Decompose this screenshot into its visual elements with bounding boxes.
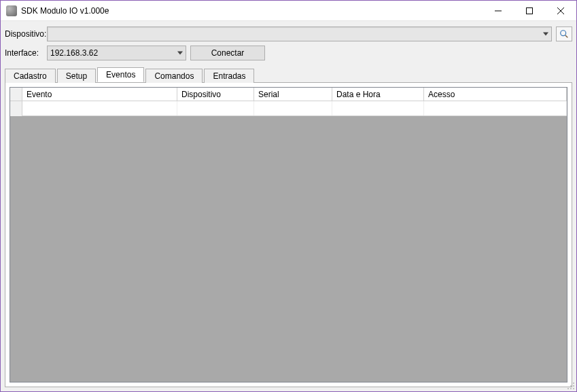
search-button[interactable] xyxy=(556,26,572,41)
tab-setup[interactable]: Setup xyxy=(57,69,96,83)
cell-serial[interactable] xyxy=(254,101,332,115)
svg-rect-1 xyxy=(527,7,533,14)
title-bar: SDK Modulo IO v1.000e xyxy=(1,1,576,21)
maximize-icon xyxy=(526,7,533,14)
app-icon xyxy=(6,5,17,16)
svg-line-5 xyxy=(565,35,567,37)
resize-grip-icon xyxy=(565,380,575,390)
maximize-button[interactable] xyxy=(514,1,545,20)
dispositivo-label: Dispositivo: xyxy=(5,29,43,39)
tab-eventos[interactable]: Eventos xyxy=(97,67,144,82)
col-head-acesso[interactable]: Acesso xyxy=(424,88,567,101)
svg-point-11 xyxy=(573,388,574,389)
close-icon xyxy=(557,7,564,14)
dispositivo-combo[interactable] xyxy=(47,26,552,41)
cell-datahora[interactable] xyxy=(332,101,424,115)
svg-point-9 xyxy=(567,388,569,389)
tab-cadastro[interactable]: Cadastro xyxy=(5,69,56,83)
grid-body xyxy=(10,116,567,382)
cell-evento[interactable] xyxy=(22,101,177,115)
svg-point-7 xyxy=(570,385,572,387)
window-controls xyxy=(483,1,576,20)
interface-combo[interactable]: 192.168.3.62 xyxy=(47,46,186,60)
chevron-down-icon xyxy=(177,52,183,55)
col-head-dispositivo[interactable]: Dispositivo xyxy=(177,88,254,101)
tab-panel-eventos: Evento Dispositivo Serial Data e Hora Ac… xyxy=(5,82,572,387)
interface-value: 192.168.3.62 xyxy=(50,48,98,58)
grid-corner[interactable] xyxy=(10,88,22,101)
form-panel: Dispositivo: Interface: 192.168.3.62 Con… xyxy=(1,21,576,67)
resize-grip[interactable] xyxy=(565,380,575,390)
conectar-button[interactable]: Conectar xyxy=(190,46,265,60)
grid-header-row: Evento Dispositivo Serial Data e Hora Ac… xyxy=(10,88,567,101)
col-head-datahora[interactable]: Data e Hora xyxy=(332,88,424,101)
chevron-down-icon xyxy=(543,33,548,36)
events-grid[interactable]: Evento Dispositivo Serial Data e Hora Ac… xyxy=(10,87,567,382)
close-button[interactable] xyxy=(545,1,576,20)
col-head-evento[interactable]: Evento xyxy=(22,88,177,101)
svg-point-4 xyxy=(561,31,566,36)
tab-strip: Cadastro Setup Eventos Comandos Entradas xyxy=(1,67,576,82)
window-title: SDK Modulo IO v1.000e xyxy=(21,6,109,16)
grid-new-row[interactable] xyxy=(10,101,567,116)
app-window: SDK Modulo IO v1.000e Dispositivo: xyxy=(0,0,577,392)
minimize-icon xyxy=(495,7,502,14)
search-icon xyxy=(559,29,569,39)
cell-dispositivo[interactable] xyxy=(177,101,254,115)
svg-point-6 xyxy=(573,382,574,384)
col-head-serial[interactable]: Serial xyxy=(254,88,332,101)
interface-label: Interface: xyxy=(5,48,43,58)
minimize-button[interactable] xyxy=(483,1,514,20)
svg-point-8 xyxy=(573,385,574,387)
svg-point-10 xyxy=(570,388,572,389)
tab-comandos[interactable]: Comandos xyxy=(145,69,203,83)
cell-acesso[interactable] xyxy=(424,101,567,115)
tab-entradas[interactable]: Entradas xyxy=(204,69,254,83)
row-header[interactable] xyxy=(10,101,22,116)
